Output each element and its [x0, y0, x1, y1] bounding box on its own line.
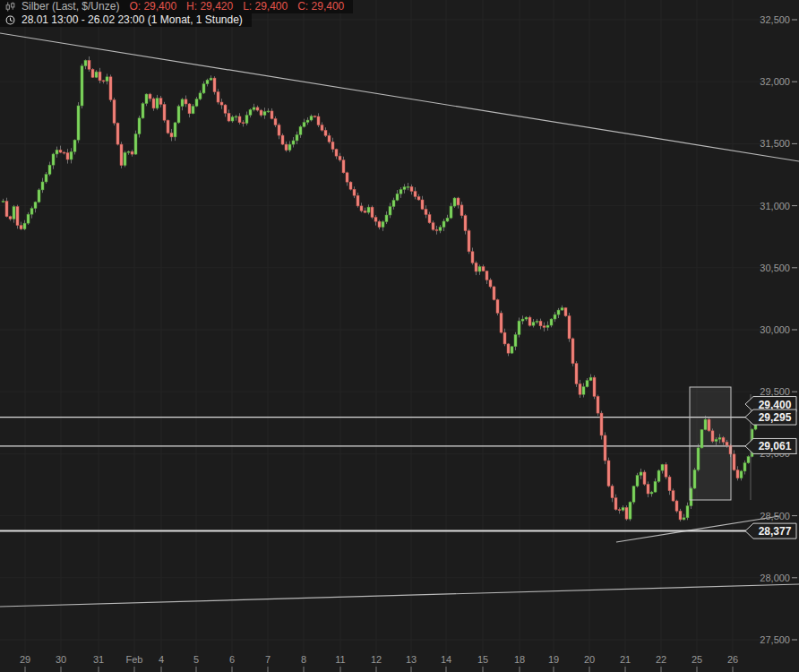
candlestick-icon	[5, 2, 15, 12]
time-axis-label: 14	[441, 654, 451, 665]
price-axis-label: 28,000	[760, 573, 790, 583]
price-tag-29061[interactable]: 29,061	[745, 438, 796, 453]
trendline-1[interactable]	[0, 33, 799, 161]
date-range-label: 28.01 13:00 - 26.02 23:00 (1 Monat, 1 St…	[21, 13, 243, 27]
time-axis-label: 4	[159, 654, 164, 665]
ohlc-close: C: 29,400	[297, 0, 344, 13]
time-axis-label: 11	[335, 654, 345, 665]
instrument-title: Silber (Last, $/Unze)	[21, 0, 119, 13]
time-axis-label: 31	[93, 654, 104, 665]
instrument-header: Silber (Last, $/Unze) O: 29,400 H: 29,42…	[0, 0, 353, 13]
ohlc-low: L: 29,400	[243, 0, 288, 13]
time-axis[interactable]: 293031Feb45678111213141518192021222526	[20, 654, 738, 672]
price-axis-label: 32,000	[760, 76, 790, 87]
time-axis-label: 5	[193, 654, 199, 665]
time-axis-label: Feb	[126, 654, 143, 665]
price-axis-label: 30,500	[760, 263, 790, 273]
price-axis-label: 28,500	[760, 511, 790, 521]
level-lines-layer[interactable]	[0, 418, 769, 531]
price-axis-label: 32,500	[760, 14, 790, 25]
time-axis-label: 20	[584, 654, 595, 665]
time-axis-label: 6	[229, 654, 235, 665]
price-tag-29295[interactable]: 29,295	[745, 409, 796, 425]
svg-text:29,400: 29,400	[759, 399, 792, 411]
trendline-2[interactable]	[0, 584, 799, 607]
svg-text:29,061: 29,061	[759, 440, 792, 452]
time-axis-label: 18	[514, 654, 525, 665]
price-axis-label: 31,500	[760, 138, 790, 149]
price-axis-label: 30,000	[760, 324, 790, 335]
time-axis-label: 15	[477, 654, 488, 665]
time-axis-label: 21	[620, 654, 631, 665]
ohlc-high: H: 29,420	[186, 0, 233, 13]
time-axis-label: 25	[692, 654, 702, 665]
time-axis-label: 8	[301, 654, 306, 665]
time-axis-label: 22	[656, 654, 666, 665]
time-axis-label: 30	[56, 654, 66, 665]
grid-layer	[0, 0, 799, 672]
timeframe-header: 28.01 13:00 - 26.02 23:00 (1 Monat, 1 St…	[0, 13, 252, 27]
svg-text:29,295: 29,295	[759, 411, 792, 424]
time-axis-label: 29	[20, 654, 30, 665]
time-axis-label: 12	[371, 654, 382, 665]
ohlc-open: O: 29,400	[129, 0, 176, 13]
time-axis-label: 7	[265, 654, 271, 665]
price-axis-label: 31,000	[760, 201, 790, 211]
price-axis-label: 29,500	[760, 386, 790, 397]
candlestick-chart[interactable]: 32,50032,00031,50031,00030,50030,00029,5…	[0, 0, 799, 672]
svg-text:28,377: 28,377	[759, 525, 792, 538]
time-axis-label: 26	[727, 654, 738, 665]
price-tag-28377[interactable]: 28,377	[745, 523, 796, 538]
clock-icon	[5, 15, 15, 25]
time-axis-label: 13	[406, 654, 417, 665]
chart-window: 32,50032,00031,50031,00030,50030,00029,5…	[0, 0, 799, 672]
time-axis-label: 19	[548, 654, 559, 665]
candles-layer	[2, 56, 757, 521]
trendlines-layer[interactable]	[0, 33, 799, 607]
price-axis-label: 27,500	[760, 634, 790, 645]
